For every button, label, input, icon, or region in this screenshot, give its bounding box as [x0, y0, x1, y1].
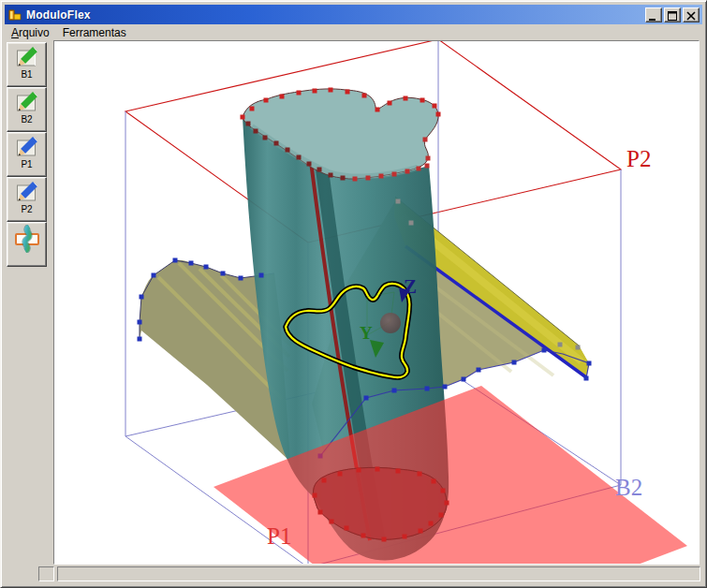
label-plane-p2: P2: [626, 146, 651, 171]
titlebar: ModuloFlex: [5, 5, 702, 24]
close-button[interactable]: [683, 7, 700, 22]
toolbar-button-p1[interactable]: P1: [7, 132, 47, 177]
label-box-b2: B2: [615, 475, 642, 500]
label-plane-p1: P1: [267, 523, 291, 549]
close-icon: [685, 10, 698, 22]
menu-arquivo[interactable]: Arquivo: [5, 25, 56, 40]
toolbar-button-sweep[interactable]: [7, 222, 47, 267]
sweep-surface-icon: [13, 225, 41, 253]
menu-ferramentas-rest: Ferramentas: [63, 26, 126, 39]
pencil-icon: [15, 180, 39, 204]
toolbar-button-label: B2: [21, 114, 32, 125]
toolbar: B1 B2 P1: [5, 40, 53, 583]
toolbar-button-b2[interactable]: B2: [7, 87, 47, 132]
viewport-3d[interactable]: Y Z P2 P1 B2: [53, 40, 700, 565]
menu-ferramentas[interactable]: Ferramentas: [56, 25, 133, 40]
pencil-icon: [15, 90, 39, 114]
window-title: ModuloFlex: [26, 8, 643, 22]
toolbar-button-label: B1: [21, 69, 32, 80]
menu-arquivo-rest: rquivo: [19, 26, 50, 39]
statusbar: [5, 565, 702, 583]
app-icon: [7, 7, 22, 22]
axis-label-z: Z: [404, 275, 417, 298]
pencil-icon: [15, 45, 39, 69]
axis-label-y: Y: [360, 323, 373, 343]
toolbar-button-b1[interactable]: B1: [7, 42, 47, 87]
status-cell-main: [57, 566, 700, 581]
app-window: ModuloFlex Arquivo Ferramentas B1: [0, 0, 707, 588]
maximize-button[interactable]: [664, 7, 681, 22]
maximize-icon: [666, 10, 679, 22]
pencil-icon: [15, 135, 39, 159]
menu-arquivo-accel: A: [11, 26, 19, 39]
scene-3d: Y Z P2 P1 B2: [54, 41, 699, 564]
status-cell-small: [38, 566, 54, 581]
toolbar-button-label: P2: [21, 204, 32, 214]
menubar: Arquivo Ferramentas: [5, 24, 702, 40]
minimize-button[interactable]: [645, 7, 662, 22]
toolbar-button-p2[interactable]: P2: [7, 177, 47, 222]
origin-sphere: [380, 313, 401, 333]
toolbar-button-label: P1: [21, 159, 32, 169]
minimize-icon: [647, 10, 660, 22]
